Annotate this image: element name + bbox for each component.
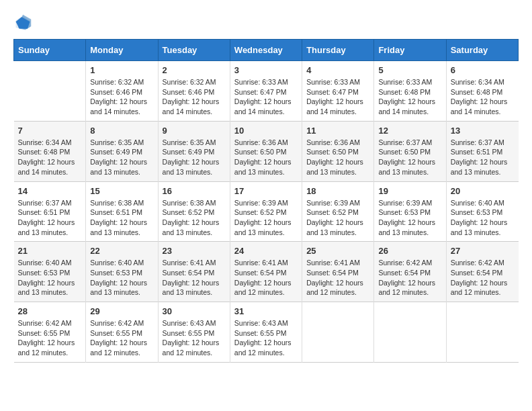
cell-sun-info: Sunrise: 6:32 AMSunset: 6:46 PMDaylight:… (163, 77, 226, 117)
calendar-cell: 21Sunrise: 6:40 AMSunset: 6:53 PMDayligh… (14, 242, 86, 302)
weekday-header-row: SundayMondayTuesdayWednesdayThursdayFrid… (14, 40, 519, 61)
cell-sun-info: Sunrise: 6:40 AMSunset: 6:53 PMDaylight:… (90, 258, 153, 298)
day-number: 20 (451, 186, 515, 196)
cell-sun-info: Sunrise: 6:37 AMSunset: 6:50 PMDaylight:… (378, 138, 441, 177)
cell-sun-info: Sunrise: 6:42 AMSunset: 6:54 PMDaylight:… (378, 258, 441, 298)
weekday-header-friday: Friday (374, 40, 446, 61)
calendar-cell: 20Sunrise: 6:40 AMSunset: 6:53 PMDayligh… (446, 181, 518, 242)
day-number: 9 (163, 126, 226, 136)
day-number: 15 (90, 186, 153, 196)
day-number: 18 (306, 186, 369, 196)
calendar-week-row: 7Sunrise: 6:34 AMSunset: 6:48 PMDaylight… (14, 121, 519, 181)
cell-sun-info: Sunrise: 6:39 AMSunset: 6:52 PMDaylight:… (306, 198, 369, 238)
cell-sun-info: Sunrise: 6:38 AMSunset: 6:51 PMDaylight:… (90, 198, 153, 238)
calendar-cell: 5Sunrise: 6:33 AMSunset: 6:48 PMDaylight… (374, 61, 446, 122)
cell-sun-info: Sunrise: 6:38 AMSunset: 6:52 PMDaylight:… (163, 198, 226, 238)
cell-sun-info: Sunrise: 6:32 AMSunset: 6:46 PMDaylight:… (90, 77, 153, 117)
calendar-cell: 6Sunrise: 6:34 AMSunset: 6:48 PMDaylight… (446, 61, 518, 122)
cell-sun-info: Sunrise: 6:42 AMSunset: 6:55 PMDaylight:… (90, 318, 153, 358)
cell-sun-info: Sunrise: 6:39 AMSunset: 6:53 PMDaylight:… (378, 198, 441, 238)
day-number: 17 (234, 186, 298, 196)
cell-sun-info: Sunrise: 6:40 AMSunset: 6:53 PMDaylight:… (451, 198, 515, 238)
calendar-cell: 8Sunrise: 6:35 AMSunset: 6:49 PMDaylight… (86, 121, 158, 181)
calendar-cell: 18Sunrise: 6:39 AMSunset: 6:52 PMDayligh… (302, 181, 374, 242)
calendar-cell: 26Sunrise: 6:42 AMSunset: 6:54 PMDayligh… (374, 242, 446, 302)
calendar-cell: 1Sunrise: 6:32 AMSunset: 6:46 PMDaylight… (86, 61, 158, 122)
weekday-header-saturday: Saturday (446, 40, 518, 61)
day-number: 3 (234, 65, 298, 75)
calendar-cell (14, 61, 86, 122)
logo-icon (13, 13, 32, 32)
calendar-cell: 9Sunrise: 6:35 AMSunset: 6:49 PMDaylight… (158, 121, 230, 181)
cell-sun-info: Sunrise: 6:33 AMSunset: 6:48 PMDaylight:… (378, 77, 441, 117)
day-number: 11 (306, 126, 369, 136)
calendar-week-row: 28Sunrise: 6:42 AMSunset: 6:55 PMDayligh… (14, 302, 519, 363)
cell-sun-info: Sunrise: 6:37 AMSunset: 6:51 PMDaylight:… (18, 198, 82, 238)
day-number: 30 (163, 306, 226, 316)
cell-sun-info: Sunrise: 6:41 AMSunset: 6:54 PMDaylight:… (234, 258, 298, 298)
day-number: 8 (90, 126, 153, 136)
calendar-cell (374, 302, 446, 363)
calendar-cell (302, 302, 374, 363)
calendar-cell: 3Sunrise: 6:33 AMSunset: 6:47 PMDaylight… (230, 61, 302, 122)
day-number: 5 (378, 65, 441, 75)
weekday-header-wednesday: Wednesday (230, 40, 302, 61)
day-number: 26 (378, 246, 441, 256)
cell-sun-info: Sunrise: 6:43 AMSunset: 6:55 PMDaylight:… (234, 318, 298, 358)
day-number: 19 (378, 186, 441, 196)
cell-sun-info: Sunrise: 6:35 AMSunset: 6:49 PMDaylight:… (90, 138, 153, 177)
calendar-cell: 25Sunrise: 6:41 AMSunset: 6:54 PMDayligh… (302, 242, 374, 302)
cell-sun-info: Sunrise: 6:36 AMSunset: 6:50 PMDaylight:… (306, 138, 369, 177)
calendar-cell: 27Sunrise: 6:42 AMSunset: 6:54 PMDayligh… (446, 242, 518, 302)
day-number: 22 (90, 246, 153, 256)
weekday-header-monday: Monday (86, 40, 158, 61)
calendar-week-row: 21Sunrise: 6:40 AMSunset: 6:53 PMDayligh… (14, 242, 519, 302)
calendar-cell: 29Sunrise: 6:42 AMSunset: 6:55 PMDayligh… (86, 302, 158, 363)
day-number: 21 (18, 246, 82, 256)
day-number: 6 (451, 65, 515, 75)
day-number: 27 (451, 246, 515, 256)
cell-sun-info: Sunrise: 6:39 AMSunset: 6:52 PMDaylight:… (234, 198, 298, 238)
cell-sun-info: Sunrise: 6:37 AMSunset: 6:51 PMDaylight:… (451, 138, 515, 177)
calendar-table: SundayMondayTuesdayWednesdayThursdayFrid… (13, 39, 519, 363)
cell-sun-info: Sunrise: 6:41 AMSunset: 6:54 PMDaylight:… (306, 258, 369, 298)
calendar-week-row: 14Sunrise: 6:37 AMSunset: 6:51 PMDayligh… (14, 181, 519, 242)
calendar-cell: 4Sunrise: 6:33 AMSunset: 6:47 PMDaylight… (302, 61, 374, 122)
calendar-body: 1Sunrise: 6:32 AMSunset: 6:46 PMDaylight… (14, 61, 519, 363)
calendar-cell: 24Sunrise: 6:41 AMSunset: 6:54 PMDayligh… (230, 242, 302, 302)
page-header (13, 13, 519, 32)
cell-sun-info: Sunrise: 6:41 AMSunset: 6:54 PMDaylight:… (163, 258, 226, 298)
day-number: 12 (378, 126, 441, 136)
calendar-cell: 28Sunrise: 6:42 AMSunset: 6:55 PMDayligh… (14, 302, 86, 363)
day-number: 7 (18, 126, 82, 136)
day-number: 2 (163, 65, 226, 75)
calendar-cell: 14Sunrise: 6:37 AMSunset: 6:51 PMDayligh… (14, 181, 86, 242)
weekday-header-tuesday: Tuesday (158, 40, 230, 61)
cell-sun-info: Sunrise: 6:33 AMSunset: 6:47 PMDaylight:… (306, 77, 369, 117)
calendar-cell: 7Sunrise: 6:34 AMSunset: 6:48 PMDaylight… (14, 121, 86, 181)
weekday-header-sunday: Sunday (14, 40, 86, 61)
cell-sun-info: Sunrise: 6:34 AMSunset: 6:48 PMDaylight:… (451, 77, 515, 117)
calendar-cell: 13Sunrise: 6:37 AMSunset: 6:51 PMDayligh… (446, 121, 518, 181)
calendar-week-row: 1Sunrise: 6:32 AMSunset: 6:46 PMDaylight… (14, 61, 519, 122)
cell-sun-info: Sunrise: 6:34 AMSunset: 6:48 PMDaylight:… (18, 138, 82, 177)
cell-sun-info: Sunrise: 6:42 AMSunset: 6:55 PMDaylight:… (18, 318, 82, 358)
day-number: 10 (234, 126, 298, 136)
day-number: 14 (18, 186, 82, 196)
day-number: 16 (163, 186, 226, 196)
day-number: 13 (451, 126, 515, 136)
cell-sun-info: Sunrise: 6:35 AMSunset: 6:49 PMDaylight:… (163, 138, 226, 177)
weekday-header-thursday: Thursday (302, 40, 374, 61)
cell-sun-info: Sunrise: 6:43 AMSunset: 6:55 PMDaylight:… (163, 318, 226, 358)
logo (13, 13, 35, 32)
calendar-cell: 15Sunrise: 6:38 AMSunset: 6:51 PMDayligh… (86, 181, 158, 242)
day-number: 28 (18, 306, 82, 316)
day-number: 23 (163, 246, 226, 256)
calendar-cell: 19Sunrise: 6:39 AMSunset: 6:53 PMDayligh… (374, 181, 446, 242)
calendar-cell: 12Sunrise: 6:37 AMSunset: 6:50 PMDayligh… (374, 121, 446, 181)
calendar-cell: 23Sunrise: 6:41 AMSunset: 6:54 PMDayligh… (158, 242, 230, 302)
cell-sun-info: Sunrise: 6:33 AMSunset: 6:47 PMDaylight:… (234, 77, 298, 117)
day-number: 29 (90, 306, 153, 316)
day-number: 4 (306, 65, 369, 75)
calendar-cell: 17Sunrise: 6:39 AMSunset: 6:52 PMDayligh… (230, 181, 302, 242)
